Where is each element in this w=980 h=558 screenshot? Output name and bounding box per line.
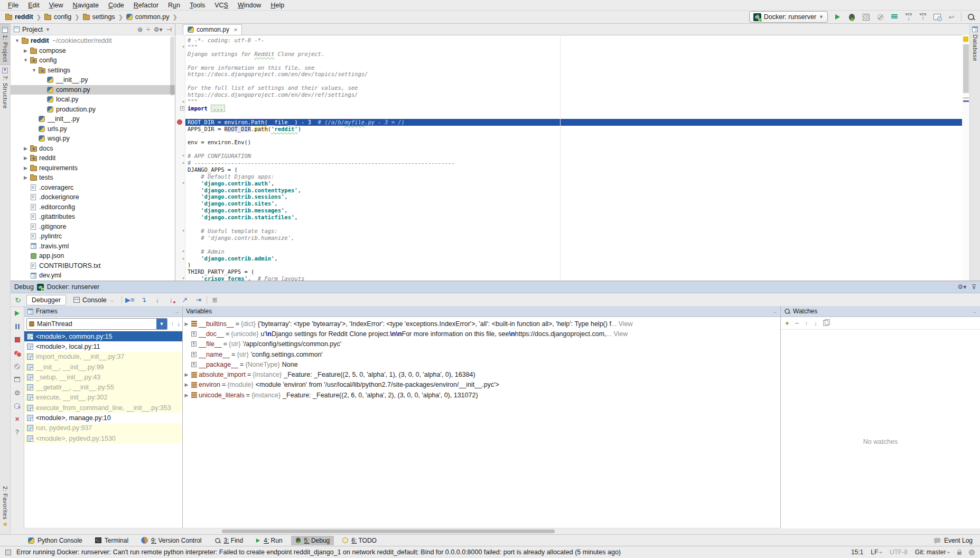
duplicate-watch-button[interactable] bbox=[823, 320, 828, 326]
variable-row[interactable]: ▶unicode_literals={instance}_Feature: _F… bbox=[183, 390, 780, 400]
tree-item-common.py[interactable]: common.py bbox=[11, 85, 175, 95]
expand-arrow-icon[interactable]: ▶ bbox=[183, 393, 190, 398]
tree-item-.dockerignore[interactable]: .dockerignore bbox=[11, 192, 175, 202]
breadcrumb-config[interactable]: config bbox=[43, 13, 72, 21]
fold-expand-icon[interactable]: + bbox=[180, 106, 184, 110]
tree-item-__init__.py[interactable]: __init__.py bbox=[11, 75, 175, 85]
breadcrumb-settings[interactable]: settings bbox=[82, 13, 116, 21]
toolwindow-tab-6-todo[interactable]: 6: TODO bbox=[338, 536, 381, 545]
editor-gutter[interactable]: ▾▴+▾▴▾▾▾▴▾ bbox=[175, 35, 185, 281]
caret-position-widget[interactable]: 15:1 bbox=[851, 548, 863, 556]
thread-select[interactable]: MainThread ▼ bbox=[26, 318, 167, 330]
frame-row[interactable]: __init__, __init__.py:99 bbox=[24, 362, 182, 372]
menu-run[interactable]: Run bbox=[163, 1, 185, 10]
tree-item-wsgi.py[interactable]: wsgi.py bbox=[11, 134, 175, 144]
frame-row[interactable]: import_module, __init__.py:37 bbox=[24, 352, 182, 362]
search-everywhere-button[interactable] bbox=[966, 12, 976, 22]
run-button[interactable] bbox=[833, 12, 842, 22]
menu-help[interactable]: Help bbox=[266, 1, 289, 10]
variable-row[interactable]: ▶absolute_import={instance}_Feature: _Fe… bbox=[183, 369, 780, 379]
tree-open-arrow-icon[interactable]: ▼ bbox=[31, 68, 38, 73]
frame-row[interactable]: <module>, local.py:11 bbox=[24, 341, 182, 351]
toolwindow-tab-3-find[interactable]: 3: Find bbox=[210, 536, 248, 545]
tree-item-local.py[interactable]: local.py bbox=[11, 95, 175, 105]
tree-item-.gitignore[interactable]: .gitignore bbox=[11, 222, 175, 232]
expand-arrow-icon[interactable]: ▶ bbox=[183, 382, 190, 387]
mute-breakpoints-button[interactable] bbox=[13, 362, 22, 370]
vcs-commit-button[interactable]: VCS↑ bbox=[918, 12, 928, 22]
variable-row[interactable]: ¶__name__={str}'config.settings.common' bbox=[183, 349, 780, 359]
expand-arrow-icon[interactable]: ▶ bbox=[183, 321, 190, 327]
step-out-button[interactable]: ↗ bbox=[179, 296, 191, 304]
project-tree-scrollbar[interactable] bbox=[170, 36, 174, 96]
encoding-widget[interactable]: UTF-8 bbox=[890, 548, 908, 556]
force-step-into-button[interactable]: ↓ bbox=[165, 296, 177, 304]
pause-button[interactable] bbox=[13, 322, 22, 331]
close-tab-icon[interactable]: ✕ bbox=[233, 27, 237, 33]
frame-row[interactable]: __getattr__, __init__.py:55 bbox=[24, 382, 182, 392]
tab-debugger[interactable]: Debugger bbox=[26, 295, 66, 305]
tree-item-reddit[interactable]: ▶reddit bbox=[11, 153, 175, 163]
frame-row[interactable]: <module>, manage.py:10 bbox=[24, 413, 182, 423]
breakpoint-icon[interactable] bbox=[177, 119, 182, 125]
read-only-lock-icon[interactable] bbox=[957, 552, 962, 555]
frame-row[interactable]: <module>, pydevd.py:1530 bbox=[24, 433, 182, 443]
frame-row[interactable]: _setup, __init__.py:43 bbox=[24, 372, 182, 382]
event-log-button[interactable]: Event Log bbox=[944, 537, 973, 544]
editor-tab-common-py[interactable]: common.py ✕ bbox=[183, 24, 242, 35]
frame-row[interactable]: run, pydevd.py:937 bbox=[24, 423, 182, 433]
variable-row[interactable]: ¶__file__={str}'/app/config/settings/com… bbox=[183, 339, 780, 349]
toolwindow-tab-python-console[interactable]: Python Console bbox=[24, 536, 87, 545]
line-ending-widget[interactable]: LF÷ bbox=[871, 548, 882, 556]
resume-button[interactable] bbox=[13, 309, 22, 318]
add-watch-button[interactable]: + bbox=[785, 319, 789, 327]
frame-row[interactable]: execute_from_command_line, __init__.py:3… bbox=[24, 403, 182, 413]
run-to-cursor-button[interactable]: ⇥ bbox=[193, 296, 204, 304]
tree-item-urls.py[interactable]: urls.py bbox=[11, 124, 175, 134]
tree-item-config[interactable]: ▼config bbox=[11, 55, 175, 66]
code-editor[interactable]: # -*- coding: utf-8 -*-"""Django setting… bbox=[185, 35, 962, 281]
toolwindow-tab-terminal[interactable]: >_Terminal bbox=[91, 536, 133, 545]
scrollbar-thumb[interactable] bbox=[222, 529, 555, 533]
view-link[interactable]: ... View bbox=[606, 330, 628, 338]
show-execution-point-button[interactable]: ▶≡ bbox=[124, 296, 136, 304]
move-watch-down-button[interactable]: ↓ bbox=[814, 319, 818, 327]
fold-close-icon[interactable]: ▴ bbox=[182, 160, 184, 166]
highlighting-level-icon[interactable] bbox=[969, 550, 975, 555]
stop-button[interactable] bbox=[13, 336, 22, 344]
collapse-all-button[interactable]: ÷ bbox=[146, 26, 150, 33]
hide-debug-panel-button[interactable]: ⊽ bbox=[972, 283, 976, 291]
restore-layout-button[interactable] bbox=[13, 375, 22, 384]
tree-item-app.json[interactable]: app.json bbox=[11, 251, 175, 261]
tree-item-production.py[interactable]: production.py bbox=[11, 105, 175, 115]
layout-settings-button[interactable]: ≣ bbox=[209, 296, 221, 304]
run-with-coverage-button[interactable] bbox=[861, 12, 871, 22]
scrollbar-thumb[interactable] bbox=[963, 44, 969, 93]
previous-frame-button[interactable]: ↑ bbox=[171, 320, 174, 328]
variable-row[interactable]: ▶__builtins__={dict}{'bytearray': <type … bbox=[183, 319, 780, 329]
recent-changes-button[interactable] bbox=[932, 12, 942, 22]
tree-closed-arrow-icon[interactable]: ▶ bbox=[22, 175, 29, 180]
tool-stripe-database[interactable]: Database bbox=[970, 24, 980, 64]
tree-item-docs[interactable]: ▶docs bbox=[11, 144, 175, 154]
fold-open-icon[interactable]: ▾ bbox=[182, 228, 184, 234]
run-configuration-select[interactable]: dj Docker: runserver ▼ bbox=[749, 11, 828, 23]
expand-arrow-icon[interactable]: ▶ bbox=[183, 372, 190, 377]
status-message[interactable]: Error running Docker: runserver: Can't r… bbox=[16, 548, 621, 556]
step-into-button[interactable]: ↓ bbox=[152, 296, 163, 304]
code-analysis-indicator[interactable] bbox=[963, 36, 968, 42]
tree-open-arrow-icon[interactable]: ▼ bbox=[14, 38, 21, 43]
tree-item-.editorconfig[interactable]: .editorconfig bbox=[11, 202, 175, 212]
fold-open-icon[interactable]: ▾ bbox=[182, 180, 184, 187]
tree-item-.coveragerc[interactable]: .coveragerc bbox=[11, 183, 175, 193]
tree-item-settings[interactable]: ▼settings bbox=[11, 66, 175, 76]
menu-refactor[interactable]: Refactor bbox=[129, 1, 163, 10]
menu-edit[interactable]: Edit bbox=[23, 1, 44, 10]
toolwindow-tab-5-debug[interactable]: 5: Debug bbox=[291, 536, 334, 545]
menu-navigate[interactable]: Navigate bbox=[68, 1, 104, 10]
float-panel-icon[interactable]: → bbox=[174, 309, 179, 314]
toolwindow-toggle-icon[interactable] bbox=[5, 550, 11, 555]
variable-row[interactable]: ▶environ={module}<module 'environ' from … bbox=[183, 380, 780, 390]
tree-closed-arrow-icon[interactable]: ▶ bbox=[22, 155, 29, 161]
tree-item-reddit[interactable]: ▼reddit~/cookiecutter/reddit bbox=[11, 36, 175, 46]
